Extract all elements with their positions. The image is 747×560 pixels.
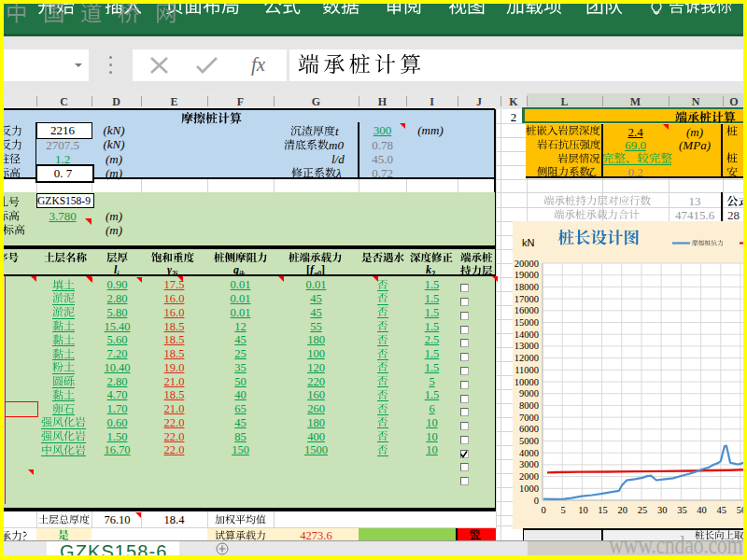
- svg-text:3000: 3000: [519, 459, 539, 469]
- svg-text:6000: 6000: [519, 424, 539, 434]
- svg-text:5: 5: [561, 505, 566, 515]
- svg-text:20: 20: [618, 505, 628, 515]
- svg-text:10000: 10000: [514, 377, 539, 387]
- svg-text:20000: 20000: [514, 259, 539, 269]
- svg-text:45: 45: [717, 505, 727, 515]
- svg-text:13000: 13000: [514, 341, 539, 351]
- svg-text:18000: 18000: [514, 282, 539, 292]
- svg-text:0: 0: [534, 496, 539, 506]
- svg-text:19000: 19000: [514, 270, 539, 280]
- svg-text:9000: 9000: [519, 388, 539, 399]
- svg-text:1000: 1000: [519, 483, 539, 494]
- svg-text:14000: 14000: [514, 329, 539, 340]
- svg-text:4000: 4000: [519, 448, 539, 458]
- svg-text:50: 50: [737, 505, 743, 515]
- svg-text:0: 0: [541, 505, 545, 515]
- svg-text:15: 15: [598, 505, 608, 515]
- svg-text:10: 10: [578, 505, 588, 515]
- svg-text:25: 25: [638, 505, 648, 515]
- svg-text:7000: 7000: [519, 413, 539, 423]
- svg-text:30: 30: [657, 505, 668, 515]
- svg-text:17000: 17000: [514, 294, 539, 304]
- svg-text:16000: 16000: [514, 305, 539, 315]
- svg-text:40: 40: [697, 505, 707, 515]
- svg-text:kN: kN: [522, 237, 535, 248]
- svg-text:35: 35: [677, 505, 687, 515]
- svg-text:8000: 8000: [519, 400, 539, 411]
- svg-text:15000: 15000: [514, 317, 539, 328]
- svg-text:5000: 5000: [519, 436, 539, 446]
- svg-text:2000: 2000: [519, 471, 539, 482]
- svg-text:12000: 12000: [514, 353, 539, 363]
- svg-text:11000: 11000: [514, 365, 539, 375]
